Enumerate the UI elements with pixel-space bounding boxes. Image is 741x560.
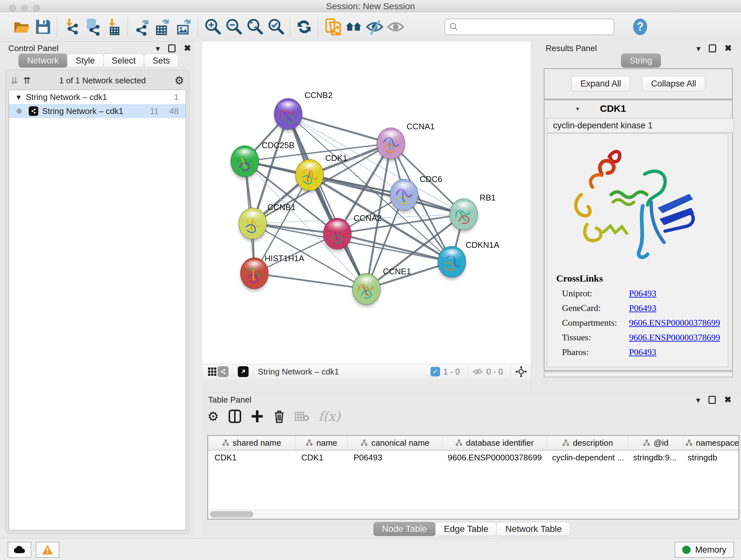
network-collection-row[interactable]: ▾ String Network – cdk1 1 — [9, 90, 186, 104]
float-panel-icon[interactable] — [709, 44, 716, 52]
network-node[interactable] — [323, 218, 351, 252]
network-edge[interactable] — [254, 273, 366, 289]
birdseye-grid-icon[interactable] — [207, 366, 218, 377]
network-options-gear-icon[interactable]: ⚙ — [175, 74, 184, 87]
zoom-selected-button[interactable] — [265, 16, 286, 37]
table-cell[interactable]: P06493 — [347, 450, 441, 464]
control-tab-select[interactable]: Select — [103, 54, 144, 68]
import-network-file-button[interactable] — [61, 16, 82, 37]
table-cell[interactable]: CDK1 — [295, 450, 347, 464]
import-table-file-button[interactable] — [103, 16, 124, 37]
zoom-in-button[interactable] — [202, 16, 223, 37]
export-image-button[interactable] — [174, 16, 195, 37]
network-node[interactable] — [231, 145, 259, 179]
pan-crosshair-icon[interactable] — [515, 366, 527, 377]
search-box[interactable] — [445, 18, 614, 35]
network-row-selected[interactable]: String Network – cdk1 11 48 — [9, 104, 186, 118]
column-header-description[interactable]: description — [547, 436, 628, 450]
selected-checkbox-icon[interactable]: ✓ — [430, 367, 440, 376]
save-session-button[interactable] — [32, 16, 54, 37]
network-type-share-icon[interactable] — [218, 366, 228, 377]
export-table-button[interactable] — [152, 16, 174, 37]
zoom-fit-button[interactable] — [244, 16, 265, 37]
show-all-button[interactable] — [385, 16, 406, 37]
column-header-id[interactable]: @id — [628, 436, 683, 450]
results-scroll-strip[interactable] — [544, 372, 733, 377]
column-header-namespace[interactable]: namespace — [683, 436, 739, 450]
control-tab-style[interactable]: Style — [67, 54, 104, 68]
control-tab-sets[interactable]: Sets — [144, 54, 179, 68]
network-node[interactable] — [438, 246, 466, 280]
scrollbar-thumb[interactable] — [210, 511, 253, 517]
tree-expander-icon[interactable]: ▾ — [17, 92, 21, 102]
expand-all-networks-icon[interactable]: ⇈ — [23, 75, 30, 86]
function-builder-icon-disabled[interactable]: f(x) — [319, 409, 340, 424]
open-file-button[interactable] — [11, 16, 32, 37]
delete-table-icon-disabled[interactable] — [295, 411, 309, 422]
crosslink-link[interactable]: 9606.ENSP00000378699 — [629, 318, 720, 327]
show-columns-icon[interactable] — [228, 409, 241, 423]
network-node[interactable] — [450, 199, 478, 233]
search-input[interactable] — [459, 22, 610, 32]
add-column-icon[interactable] — [251, 409, 264, 423]
memory-button[interactable]: Memory — [675, 542, 734, 558]
control-tab-network[interactable]: Network — [18, 54, 67, 68]
delete-column-trash-icon[interactable] — [273, 409, 285, 423]
copy-network-view-button[interactable] — [322, 16, 343, 37]
column-header-name[interactable]: name — [295, 436, 348, 450]
column-header-shared-name[interactable]: shared name — [208, 436, 295, 450]
horizontal-splitter[interactable] — [202, 379, 531, 392]
close-panel-icon[interactable]: ✖ — [724, 44, 732, 53]
table-tab-node-table[interactable]: Node Table — [374, 522, 435, 536]
hide-selected-button[interactable] — [364, 16, 385, 37]
column-header-database-identifier[interactable]: database identifier — [442, 436, 547, 450]
table-row[interactable]: CDK1CDK1P064939606.ENSP00000378699cyclin… — [208, 450, 738, 464]
results-tab-string[interactable]: String — [621, 54, 661, 68]
crosslink-link[interactable]: 9606.ENSP00000378699 — [629, 332, 720, 342]
network-node[interactable] — [295, 159, 324, 193]
table-tab-edge-table[interactable]: Edge Table — [435, 522, 497, 536]
vertical-splitter[interactable] — [194, 42, 202, 538]
collapse-all-button[interactable]: Collapse All — [642, 76, 705, 91]
table-cell[interactable]: 9606.ENSP00000378699 — [441, 450, 546, 464]
float-panel-icon[interactable] — [709, 396, 716, 404]
float-panel-icon[interactable] — [168, 44, 176, 52]
close-panel-icon[interactable]: ✖ — [184, 44, 191, 53]
network-node[interactable] — [240, 258, 268, 292]
close-panel-icon[interactable]: ✖ — [724, 395, 731, 404]
import-network-database-button[interactable] — [82, 16, 103, 37]
crosslink-link[interactable]: P06493 — [629, 347, 657, 357]
section-expander-icon[interactable]: ▾ — [576, 106, 579, 112]
zoom-out-button[interactable] — [223, 16, 244, 37]
table-cell[interactable]: stringdb:9... — [627, 450, 681, 464]
collapse-panel-icon[interactable]: ▾ — [156, 44, 160, 53]
apply-layout-button[interactable] — [293, 16, 315, 37]
cloud-status-button[interactable] — [8, 542, 31, 558]
table-tab-network-table[interactable]: Network Table — [496, 522, 570, 536]
table-options-gear-icon[interactable]: ⚙ — [207, 409, 219, 424]
open-in-window-icon[interactable] — [238, 366, 249, 377]
network-node[interactable] — [390, 179, 418, 213]
network-node[interactable] — [274, 98, 302, 132]
warnings-button[interactable] — [36, 542, 59, 558]
expand-all-button[interactable]: Expand All — [571, 76, 630, 91]
crosslink-link[interactable]: P06493 — [629, 288, 657, 298]
node-label: CCNB2 — [305, 90, 333, 100]
network-node[interactable] — [239, 208, 267, 242]
network-node[interactable] — [352, 273, 381, 307]
network-edge[interactable] — [288, 114, 391, 143]
column-header-canonical-name[interactable]: canonical name — [348, 436, 442, 450]
first-neighbors-button[interactable] — [343, 16, 364, 37]
export-network-button[interactable] — [131, 16, 152, 37]
network-node[interactable] — [377, 128, 405, 162]
table-cell[interactable]: stringdb — [681, 450, 739, 464]
help-button[interactable]: ? — [630, 16, 651, 37]
collapse-panel-icon[interactable]: ▾ — [696, 44, 700, 53]
table-cell[interactable]: cyclin-dependent ... — [546, 450, 627, 464]
table-cell[interactable]: CDK1 — [208, 450, 295, 464]
crosslink-link[interactable]: P06493 — [629, 303, 657, 313]
network-canvas[interactable]: CCNB2CCNA1CDC25BCDK1CDC6RB1CCNB1CCNA2CDK… — [202, 42, 531, 364]
table-horizontal-scrollbar[interactable] — [208, 509, 738, 519]
collapse-all-networks-icon[interactable]: ⇊ — [10, 75, 18, 86]
collapse-panel-icon[interactable]: ▾ — [696, 396, 700, 404]
